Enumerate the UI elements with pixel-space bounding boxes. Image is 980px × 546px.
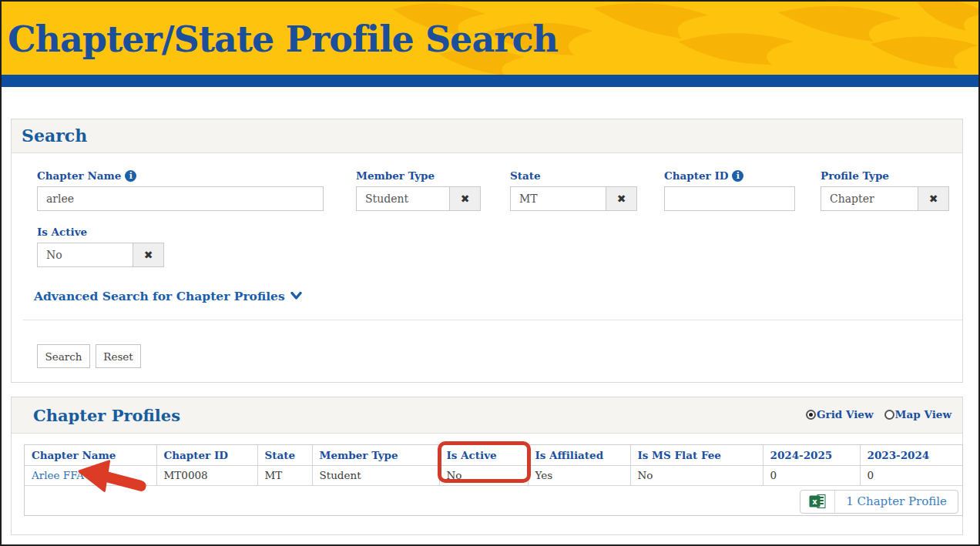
column-header[interactable]: Member Type	[312, 445, 439, 465]
grid-view-radio[interactable]: Grid View	[806, 408, 874, 420]
search-button[interactable]: Search	[37, 344, 90, 368]
state-clear-button[interactable]: ✖	[606, 187, 636, 210]
column-header[interactable]: 2024-2025	[763, 445, 860, 465]
cell-is-ms-flat-fee: No	[630, 465, 763, 485]
field-is-active: Is Active No ✖	[37, 225, 164, 267]
column-header[interactable]: Is Affiliated	[528, 445, 630, 465]
results-panel-header: Chapter Profiles Grid View Map View	[12, 397, 962, 434]
chevron-down-icon	[290, 292, 302, 300]
info-icon[interactable]: i	[732, 170, 743, 182]
profile-type-value: Chapter	[821, 187, 918, 210]
chapter-id-input[interactable]	[664, 186, 795, 211]
map-view-label: Map View	[895, 408, 951, 420]
column-header[interactable]: State	[257, 445, 312, 465]
field-profile-type: Profile Type Chapter ✖	[821, 169, 949, 211]
grid-view-label: Grid View	[817, 408, 874, 420]
is-active-clear-button[interactable]: ✖	[133, 243, 163, 266]
export-count-button[interactable]: 1 Chapter Profile	[835, 491, 958, 513]
page: Chapter/State Profile Search Search Chap…	[0, 0, 980, 546]
table-row: Arlee FFA MT0008 MT Student No Yes No 0 …	[25, 465, 962, 485]
results-panel: Chapter Profiles Grid View Map View	[11, 397, 963, 535]
advanced-search-link-text: Advanced Search for Chapter Profiles	[34, 289, 285, 303]
excel-icon: x	[809, 493, 827, 510]
advanced-search-link[interactable]: Advanced Search for Chapter Profiles	[34, 289, 302, 303]
cell-chapter-id: MT0008	[156, 465, 257, 485]
view-toggle: Grid View Map View	[806, 408, 951, 420]
cell-2024-2025: 0	[763, 465, 860, 485]
is-active-label: Is Active	[37, 226, 87, 238]
clear-icon: ✖	[617, 193, 626, 205]
state-value: MT	[511, 187, 606, 210]
cell-2023-2024: 0	[860, 465, 962, 485]
profile-type-clear-button[interactable]: ✖	[918, 187, 948, 210]
info-icon[interactable]: i	[125, 170, 136, 182]
chapter-name-label-text: Chapter Name	[37, 169, 121, 182]
cell-member-type: Student	[312, 465, 439, 485]
page-title: Chapter/State Profile Search	[8, 18, 558, 60]
field-member-type: Member Type Student ✖	[356, 169, 481, 211]
export-button-group[interactable]: x 1 Chapter Profile	[800, 490, 958, 514]
results-table: Chapter Name Chapter ID State Member Typ…	[25, 445, 962, 486]
column-header[interactable]: Chapter ID	[156, 445, 257, 465]
cell-is-active: No	[439, 465, 528, 485]
chapter-profile-link[interactable]: Arlee FFA	[32, 469, 84, 481]
column-header[interactable]: Is MS Flat Fee	[630, 445, 763, 465]
grid-footer: x 1 Chapter Profile	[25, 486, 962, 517]
state-select[interactable]: MT ✖	[510, 186, 637, 211]
member-type-label: Member Type	[356, 169, 435, 182]
map-view-radio[interactable]: Map View	[884, 408, 951, 420]
search-panel-title: Search	[22, 126, 87, 146]
column-header[interactable]: Is Active	[439, 445, 528, 465]
cell-state: MT	[257, 465, 312, 485]
member-type-value: Student	[357, 187, 449, 210]
clear-icon: ✖	[929, 193, 938, 205]
field-chapter-id: Chapter ID i	[664, 169, 795, 211]
clear-icon: ✖	[461, 193, 470, 205]
column-header[interactable]: 2023-2024	[860, 445, 962, 465]
export-to-excel-button[interactable]: x	[800, 491, 835, 513]
column-header[interactable]: Chapter Name	[25, 445, 156, 465]
chapter-id-label-text: Chapter ID	[664, 169, 728, 182]
profile-type-label: Profile Type	[821, 169, 889, 182]
state-label: State	[510, 169, 541, 182]
cell-chapter-name: Arlee FFA	[25, 465, 156, 485]
is-active-value: No	[38, 243, 133, 266]
divider	[23, 320, 962, 320]
svg-text:x: x	[812, 497, 817, 506]
field-chapter-name: Chapter Name i	[37, 169, 324, 211]
field-state: State MT ✖	[510, 169, 637, 211]
radio-unselected-icon	[884, 410, 894, 420]
search-panel-header: Search	[12, 119, 962, 153]
results-panel-title: Chapter Profiles	[33, 406, 180, 425]
chapter-name-label: Chapter Name i	[37, 169, 324, 183]
profile-type-select[interactable]: Chapter ✖	[821, 186, 949, 211]
chapter-name-input[interactable]	[37, 186, 324, 211]
header-accent-bar	[2, 75, 978, 87]
radio-selected-icon	[806, 410, 816, 420]
member-type-clear-button[interactable]: ✖	[449, 187, 480, 210]
results-grid: Chapter Name Chapter ID State Member Typ…	[24, 444, 963, 516]
reset-button[interactable]: Reset	[96, 344, 141, 368]
member-type-select[interactable]: Student ✖	[356, 186, 481, 211]
cell-is-affiliated: Yes	[528, 465, 630, 485]
clear-icon: ✖	[144, 249, 153, 261]
chapter-id-label: Chapter ID i	[664, 169, 795, 183]
header-banner: Chapter/State Profile Search	[2, 2, 978, 75]
is-active-select[interactable]: No ✖	[37, 243, 164, 267]
table-header-row: Chapter Name Chapter ID State Member Typ…	[25, 445, 962, 465]
